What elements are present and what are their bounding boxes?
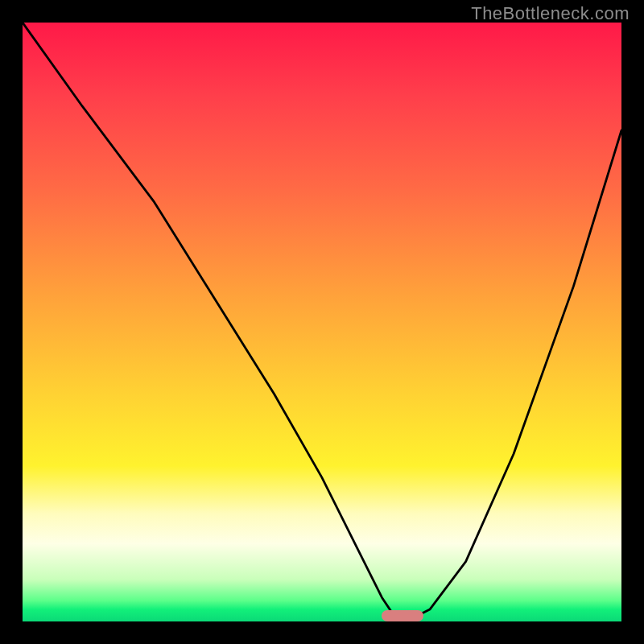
- plot-area: [23, 23, 621, 621]
- watermark-text: TheBottleneck.com: [471, 3, 630, 24]
- bottleneck-curve: [23, 23, 621, 621]
- chart-frame: TheBottleneck.com: [0, 0, 644, 644]
- curve-path: [23, 23, 621, 621]
- optimal-marker: [382, 610, 423, 621]
